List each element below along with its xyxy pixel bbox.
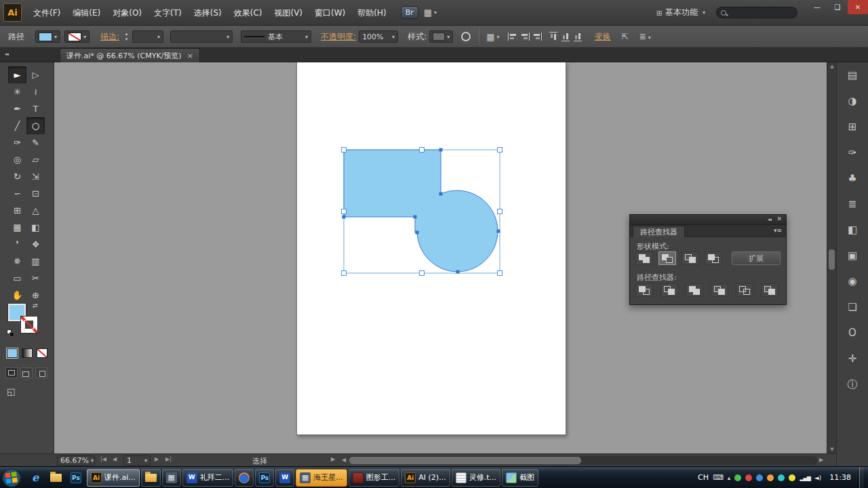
crop-button[interactable] [711,283,728,297]
panel-collapse-icon[interactable]: ◂◂ [768,217,771,222]
first-artboard-button[interactable]: |◀ [100,456,106,462]
dock-info-icon[interactable]: ⓘ [837,371,868,397]
arrange-documents-button[interactable] [424,7,437,18]
scroll-down-icon[interactable]: ▼ [827,445,837,453]
stroke-color-dropdown[interactable] [64,30,90,43]
tool-pencil[interactable]: ✎ [26,134,45,151]
minimize-button[interactable]: — [807,0,827,14]
align-bottom-icon[interactable] [574,32,582,41]
tool-zoom[interactable]: ⊕ [26,287,45,304]
dock-color-icon[interactable]: ▤ [837,62,868,88]
dock-graphic-styles-icon[interactable]: ❏ [837,294,868,320]
panel-close-icon[interactable]: ✕ [776,216,782,222]
menu-select[interactable]: 选择(S) [188,0,228,26]
vertical-scroll-thumb[interactable] [829,249,835,270]
menu-type[interactable]: 文字(T) [148,0,188,26]
menu-file[interactable]: 文件(F) [27,0,66,26]
artboard-number-select[interactable]: 1 [123,455,151,466]
tool-column-graph[interactable]: ▥ [26,253,45,270]
tool-pen[interactable]: ✒ [8,100,26,117]
tool-artboard[interactable]: ▭ [8,270,26,287]
taskbar-word-window[interactable]: W [275,469,294,487]
dock-transform-icon[interactable]: ✛ [837,346,868,371]
taskbar-explorer[interactable] [47,469,64,487]
draw-inside-button[interactable] [35,367,47,378]
align-top-icon[interactable] [549,32,557,41]
minus-back-button[interactable] [761,283,778,297]
unite-button[interactable] [635,251,653,265]
stroke-swatch-large[interactable] [20,316,38,333]
dock-symbols-icon[interactable]: ♣ [837,165,868,191]
close-button[interactable]: ✕ [848,0,868,14]
dock-transparency-icon[interactable]: ▣ [837,243,868,268]
taskbar-ai2[interactable]: Ai AI (2)... [401,469,450,487]
start-button[interactable] [2,468,21,487]
opacity-panel-link[interactable]: 不透明度: [321,31,356,43]
taskbar-firefox[interactable] [235,469,254,487]
pathfinder-titlebar[interactable]: ◂◂ ✕ [630,215,786,225]
trim-button[interactable] [660,283,678,297]
opacity-select[interactable]: 100% [359,30,398,43]
taskbar-grid-app[interactable]: ▦ [162,469,181,487]
selected-shape[interactable] [344,150,498,272]
taskbar-illustrator-document[interactable]: Ai 课件.ai... [87,469,140,487]
stroke-weight-stepper[interactable] [122,31,131,42]
screen-mode-button[interactable]: ◱ [7,386,15,396]
outline-button[interactable] [736,283,753,297]
tool-eraser[interactable]: ▱ [26,151,45,168]
recolor-artwork-icon[interactable] [461,32,471,41]
expand-button[interactable]: 扩展 [732,251,781,265]
tab-close-icon[interactable]: × [187,52,193,60]
horizontal-scrollbar[interactable] [349,456,817,465]
tool-shape-builder[interactable]: ⊞ [8,202,26,219]
tray-expand-icon[interactable] [728,473,731,482]
menu-object[interactable]: 对象(O) [106,0,148,26]
tool-mesh[interactable]: ▦ [8,219,26,236]
align-left-icon[interactable] [508,33,517,41]
tool-selection[interactable]: ► [8,66,26,83]
taskbar-word-document[interactable]: W 礼拜二... [182,469,234,487]
dock-opentype-icon[interactable]: O [837,320,868,346]
restore-button[interactable]: ❑ [827,0,848,14]
menu-view[interactable]: 视图(V) [268,0,309,26]
color-button[interactable] [7,348,18,358]
toolbox-collapse-icon[interactable]: ◂◂ [5,52,8,57]
horizontal-scroll-thumb[interactable] [349,457,581,464]
width-profile-select[interactable] [170,30,233,43]
clock[interactable]: 11:38 [829,473,851,482]
graphic-style-select[interactable] [429,30,453,43]
exclude-button[interactable] [705,251,722,265]
taskbar-folder-window[interactable] [141,469,161,487]
tool-eyedropper[interactable]: ❜ [8,236,26,253]
tool-paintbrush[interactable]: ✑ [8,134,26,151]
intersect-button[interactable] [682,251,699,265]
isolate-icon[interactable]: ⇱ [622,32,629,41]
show-desktop-button[interactable] [859,467,864,488]
tool-direct-selection[interactable]: ▷ [26,66,45,83]
scroll-left-icon[interactable]: ◀ [342,457,346,463]
previous-artboard-button[interactable]: ◀ [113,456,117,462]
fill-color-dropdown[interactable] [35,30,60,43]
tool-lasso[interactable]: ≀ [26,83,45,100]
dock-swatches-icon[interactable]: ⊞ [837,114,868,140]
scroll-up-icon[interactable]: ▲ [827,62,837,70]
ime-language-indicator[interactable]: CH [698,473,709,482]
divide-button[interactable] [635,283,653,297]
gradient-button[interactable] [22,348,33,358]
dock-color-guide-icon[interactable]: ◑ [837,88,868,114]
tool-blend[interactable]: ❖ [26,236,45,253]
none-button[interactable] [37,348,47,358]
status-pop-arrow[interactable]: ▶ [331,456,335,462]
tool-perspective-grid[interactable]: △ [26,202,45,219]
stroke-weight-select[interactable] [132,30,163,43]
vertical-scrollbar[interactable]: ▲ ▼ [827,62,836,453]
keyboard-icon[interactable] [713,473,724,482]
transform-panel-link[interactable]: 变换 [595,31,611,43]
tool-gradient[interactable]: ◧ [26,219,45,236]
taskbar-ie[interactable]: e [26,469,44,487]
tool-ellipse[interactable]: ○ [26,117,45,134]
tool-slice[interactable]: ✂ [26,270,45,287]
tray-app-orange-icon[interactable] [767,474,774,481]
align-center-icon[interactable] [520,33,530,41]
tool-width[interactable]: ∽ [8,185,26,202]
